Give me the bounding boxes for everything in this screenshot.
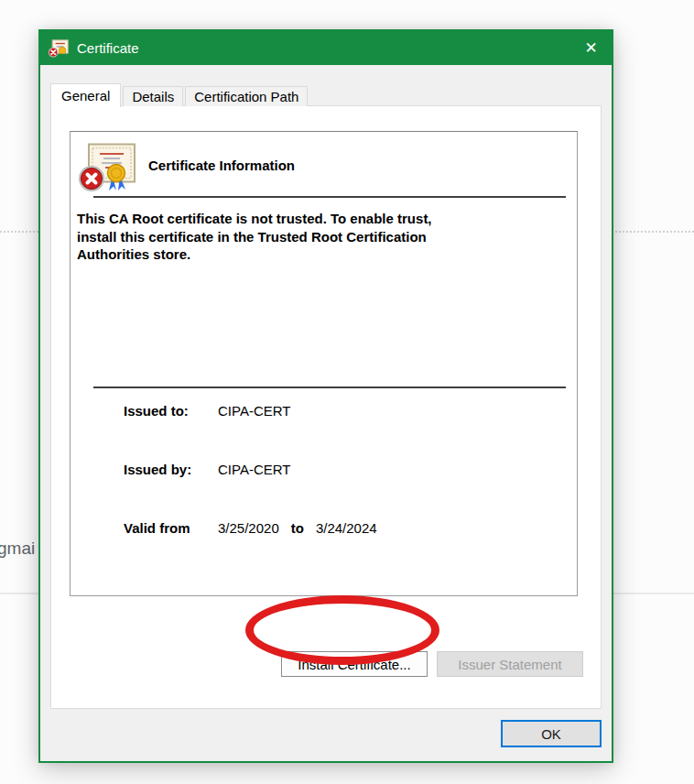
valid-from-value: 3/25/2020 <box>218 520 279 536</box>
background-partial-text: gmai <box>0 539 35 559</box>
ok-button[interactable]: OK <box>501 720 602 747</box>
tab-certification-path[interactable]: Certification Path <box>185 86 308 106</box>
certificate-dialog: Certificate ✕ General Details Certificat… <box>38 29 613 763</box>
issued-by-row: Issued by:CIPA-CERT <box>124 462 290 477</box>
fields-separator <box>93 387 566 388</box>
dialog-title: Certificate <box>77 40 570 56</box>
close-icon: ✕ <box>584 38 597 58</box>
tab-general[interactable]: General <box>50 83 121 107</box>
tab-details[interactable]: Details <box>123 86 183 106</box>
valid-to-value: 3/24/2024 <box>316 520 377 536</box>
certificate-information-header: Certificate Information <box>148 158 295 173</box>
issued-by-label: Issued by: <box>124 462 218 477</box>
general-tab-page: Certificate Information This CA Root cer… <box>50 105 602 709</box>
issued-to-row: Issued to:CIPA-CERT <box>124 403 290 419</box>
certificate-error-icon <box>78 143 136 192</box>
close-button[interactable]: ✕ <box>570 31 612 65</box>
issued-by-value: CIPA-CERT <box>218 462 290 477</box>
issued-to-label: Issued to: <box>124 403 218 419</box>
trust-warning-text: This CA Root certificate is not trusted.… <box>77 210 535 264</box>
certificate-icon <box>49 39 69 58</box>
valid-from-label: Valid from <box>124 520 218 536</box>
valid-to-label: to <box>291 520 304 536</box>
tab-strip: General Details Certification Path <box>50 83 309 106</box>
dialog-titlebar[interactable]: Certificate ✕ <box>40 31 612 65</box>
issued-to-value: CIPA-CERT <box>218 403 290 419</box>
issuer-statement-button[interactable]: Issuer Statement <box>437 651 583 677</box>
validity-row: Valid from3/25/2020to3/24/2024 <box>124 520 377 536</box>
header-separator <box>93 196 566 198</box>
install-certificate-button[interactable]: Install Certificate... <box>281 651 428 677</box>
certificate-summary-box: Certificate Information This CA Root cer… <box>70 131 578 596</box>
